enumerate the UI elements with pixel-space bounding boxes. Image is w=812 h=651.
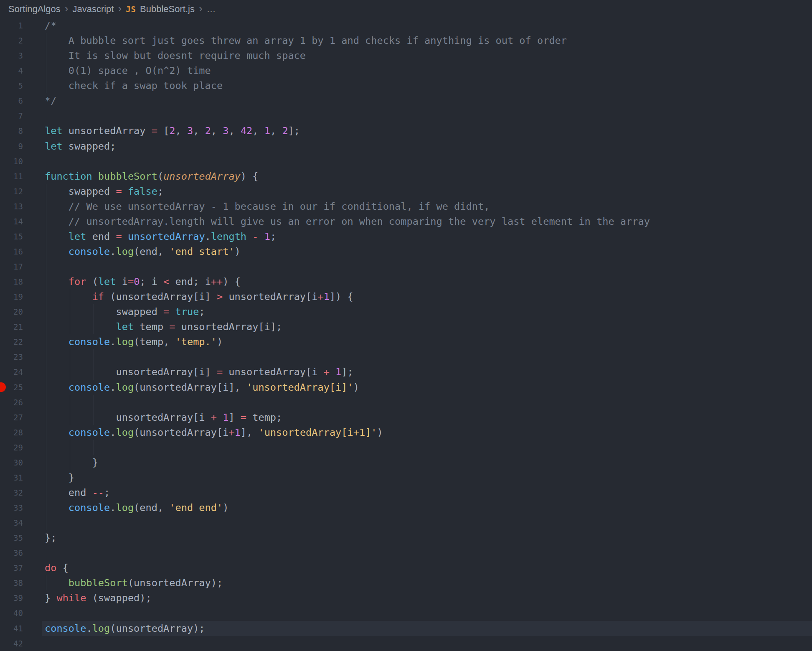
code-line[interactable]: 12 swapped = false;	[0, 184, 812, 199]
line-number[interactable]: 5	[0, 78, 23, 93]
line-number[interactable]: 40	[0, 605, 23, 620]
line-number[interactable]: 24	[0, 364, 23, 379]
line-number[interactable]: 23	[0, 349, 23, 364]
code-line[interactable]: 24 unsortedArray[i] = unsortedArray[i + …	[0, 364, 812, 379]
breadcrumb-item-file[interactable]: JS BubbleSort.js	[126, 4, 195, 15]
line-number[interactable]: 18	[0, 274, 23, 289]
code-line[interactable]: 22 console.log(temp, 'temp.')	[0, 334, 812, 349]
code-line[interactable]: 32 end --;	[0, 485, 812, 500]
code-line[interactable]: 40	[0, 605, 812, 620]
line-number[interactable]: 34	[0, 515, 23, 530]
code-line[interactable]: 16 console.log(end, 'end start')	[0, 244, 812, 259]
line-number[interactable]: 3	[0, 48, 23, 63]
code-line[interactable]: 8let unsortedArray = [2, 3, 2, 3, 42, 1,…	[0, 123, 812, 138]
line-number[interactable]: 26	[0, 395, 23, 410]
code-line[interactable]: 18 for (let i=0; i < end; i++) {	[0, 274, 812, 289]
line-number[interactable]: 25	[0, 380, 23, 395]
line-number[interactable]: 7	[0, 108, 23, 123]
line-number[interactable]: 21	[0, 319, 23, 334]
code-line[interactable]: 17	[0, 259, 812, 274]
code-line[interactable]: 39} while (swapped);	[0, 590, 812, 605]
breadcrumb-item-folder[interactable]: SortingAlgos	[8, 4, 61, 15]
line-number[interactable]: 36	[0, 545, 23, 560]
line-number[interactable]: 29	[0, 440, 23, 455]
code-text: let temp = unsortedArray[i];	[45, 319, 282, 334]
code-line[interactable]: 14 // unsortedArray.length will give us …	[0, 214, 812, 229]
line-number[interactable]: 20	[0, 304, 23, 319]
code-line[interactable]: 38 bubbleSort(unsortedArray);	[0, 575, 812, 590]
code-line[interactable]: 36	[0, 545, 812, 560]
line-number[interactable]: 16	[0, 244, 23, 259]
line-number[interactable]: 31	[0, 470, 23, 485]
line-number[interactable]: 2	[0, 33, 23, 48]
line-number[interactable]: 32	[0, 485, 23, 500]
code-line[interactable]: 21 let temp = unsortedArray[i];	[0, 319, 812, 334]
code-line[interactable]: 29	[0, 440, 812, 455]
code-line[interactable]: 7	[0, 108, 812, 123]
code-line[interactable]: 34	[0, 515, 812, 530]
line-number[interactable]: 39	[0, 590, 23, 605]
breadcrumb-symbol-ellipsis[interactable]: …	[207, 4, 216, 15]
code-text: let swapped;	[45, 139, 116, 154]
line-number[interactable]: 19	[0, 289, 23, 304]
indent-guide	[46, 395, 46, 410]
code-line[interactable]: 9let swapped;	[0, 139, 812, 154]
code-line[interactable]: 23	[0, 349, 812, 364]
code-line[interactable]: 25 console.log(unsortedArray[i], 'unsort…	[0, 380, 812, 395]
code-line[interactable]: 1/*	[0, 18, 812, 33]
code-line[interactable]: 37do {	[0, 560, 812, 575]
code-line[interactable]: 6*/	[0, 93, 812, 108]
code-line[interactable]: 15 let end = unsortedArray.length - 1;	[0, 229, 812, 244]
javascript-file-icon: JS	[126, 5, 136, 14]
line-number[interactable]: 27	[0, 410, 23, 425]
chevron-right-icon: ›	[195, 3, 207, 15]
indent-guide	[46, 515, 46, 530]
code-text: }	[45, 470, 74, 485]
code-line[interactable]: 19 if (unsortedArray[i] > unsortedArray[…	[0, 289, 812, 304]
line-number[interactable]: 4	[0, 63, 23, 78]
code-line[interactable]: 35};	[0, 530, 812, 545]
code-line[interactable]: 13 // We use unsortedArray - 1 because i…	[0, 199, 812, 214]
line-number[interactable]: 12	[0, 184, 23, 199]
line-number[interactable]: 33	[0, 500, 23, 515]
code-text: bubbleSort(unsortedArray);	[45, 575, 223, 590]
code-line[interactable]: 27 unsortedArray[i + 1] = temp;	[0, 410, 812, 425]
line-number[interactable]: 6	[0, 93, 23, 108]
line-number[interactable]: 13	[0, 199, 23, 214]
line-number[interactable]: 1	[0, 18, 23, 33]
line-number[interactable]: 30	[0, 455, 23, 470]
code-text: It is slow but doesnt require much space	[45, 48, 306, 63]
code-line[interactable]: 31 }	[0, 470, 812, 485]
code-line[interactable]: 33 console.log(end, 'end end')	[0, 500, 812, 515]
line-number[interactable]: 8	[0, 123, 23, 138]
code-line[interactable]: 3 It is slow but doesnt require much spa…	[0, 48, 812, 63]
code-line[interactable]: 41console.log(unsortedArray);	[0, 621, 812, 636]
breadcrumb-item-subfolder[interactable]: Javascript	[72, 4, 114, 15]
line-number[interactable]: 28	[0, 425, 23, 440]
line-number[interactable]: 41	[0, 621, 23, 636]
line-number[interactable]: 22	[0, 334, 23, 349]
editor[interactable]: 1/*2 A bubble sort just goes threw an ar…	[0, 18, 812, 651]
code-line[interactable]: 28 console.log(unsortedArray[i+1], 'unso…	[0, 425, 812, 440]
line-number[interactable]: 42	[0, 636, 23, 651]
code-line[interactable]: 42	[0, 636, 812, 651]
code-text: console.log(temp, 'temp.')	[45, 334, 223, 349]
code-line[interactable]: 30 }	[0, 455, 812, 470]
line-number[interactable]: 10	[0, 154, 23, 169]
line-number[interactable]: 35	[0, 530, 23, 545]
line-number[interactable]: 17	[0, 259, 23, 274]
line-number[interactable]: 11	[0, 169, 23, 184]
line-number[interactable]: 9	[0, 139, 23, 154]
line-number[interactable]: 38	[0, 575, 23, 590]
code-line[interactable]: 26	[0, 395, 812, 410]
code-line[interactable]: 5 check if a swap took place	[0, 78, 812, 93]
code-line[interactable]: 20 swapped = true;	[0, 304, 812, 319]
line-number[interactable]: 37	[0, 560, 23, 575]
code-line[interactable]: 2 A bubble sort just goes threw an array…	[0, 33, 812, 48]
line-number[interactable]: 14	[0, 214, 23, 229]
code-line[interactable]: 11function bubbleSort(unsortedArray) {	[0, 169, 812, 184]
code-line[interactable]: 10	[0, 154, 812, 169]
code-line[interactable]: 4 0(1) space , O(n^2) time	[0, 63, 812, 78]
line-number[interactable]: 15	[0, 229, 23, 244]
indent-guide	[70, 349, 70, 364]
